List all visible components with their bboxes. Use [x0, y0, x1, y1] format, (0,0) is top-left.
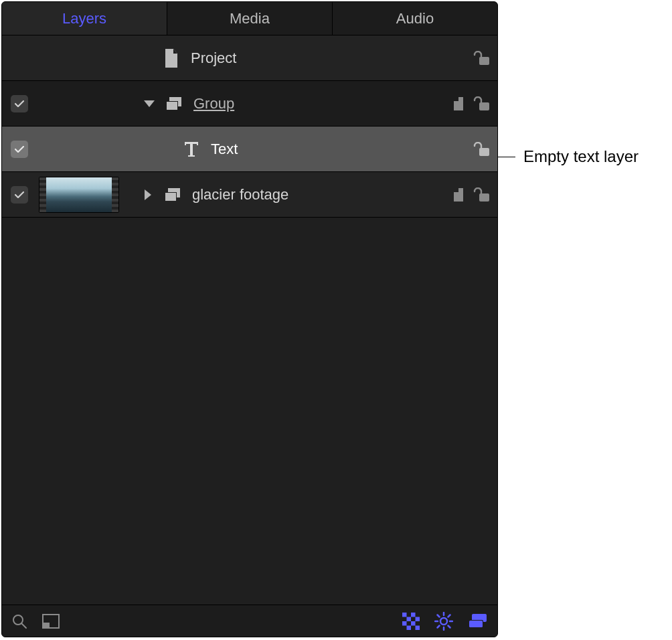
mask-icon[interactable] — [453, 96, 469, 111]
svg-rect-7 — [479, 148, 489, 156]
svg-rect-11 — [458, 188, 463, 202]
group-label: Group — [189, 95, 234, 112]
checkerboard-icon[interactable] — [402, 613, 420, 630]
disclosure-toggle[interactable] — [140, 100, 159, 107]
callout-empty-text-layer: Empty text layer — [498, 147, 639, 166]
svg-point-27 — [440, 618, 447, 625]
clip-thumbnail[interactable] — [39, 177, 119, 213]
frame-icon[interactable] — [42, 614, 60, 629]
project-row[interactable]: Project — [2, 35, 497, 81]
lock-unlocked-icon[interactable] — [473, 187, 491, 202]
gear-icon[interactable] — [434, 612, 453, 631]
svg-rect-5 — [454, 101, 458, 110]
layer-stack-icon[interactable] — [468, 613, 488, 629]
svg-rect-4 — [458, 97, 463, 110]
svg-rect-3 — [167, 102, 177, 110]
svg-line-35 — [438, 625, 440, 627]
lock-unlocked-icon[interactable] — [473, 51, 491, 66]
search-icon[interactable] — [11, 613, 27, 629]
svg-rect-6 — [479, 102, 489, 110]
svg-rect-12 — [454, 192, 458, 202]
group-row[interactable]: Group — [2, 81, 497, 127]
svg-rect-0 — [479, 57, 489, 65]
svg-rect-17 — [43, 623, 50, 628]
document-icon — [160, 49, 183, 68]
lock-unlocked-icon[interactable] — [473, 96, 491, 111]
svg-rect-19 — [402, 613, 407, 617]
text-type-icon — [180, 141, 203, 157]
panel-tabs: Layers Media Audio — [2, 2, 497, 35]
svg-rect-21 — [407, 617, 412, 621]
visibility-checkbox[interactable] — [11, 95, 28, 112]
callout-line — [498, 157, 515, 157]
svg-rect-13 — [479, 193, 489, 202]
text-layer-row[interactable]: Text — [2, 127, 497, 172]
svg-line-33 — [448, 625, 450, 627]
svg-rect-25 — [407, 625, 412, 630]
svg-line-15 — [21, 623, 26, 628]
svg-rect-38 — [469, 621, 483, 627]
tab-media[interactable]: Media — [167, 2, 333, 35]
footage-label: glacier footage — [188, 186, 288, 204]
svg-rect-20 — [411, 613, 416, 617]
svg-rect-23 — [402, 621, 407, 626]
layers-icon — [163, 96, 185, 112]
footage-row[interactable]: glacier footage — [2, 172, 497, 218]
layer-rows: Project Group — [2, 35, 497, 605]
disclosure-toggle[interactable] — [139, 189, 157, 200]
layers-panel: Layers Media Audio Project — [1, 1, 498, 637]
project-label: Project — [187, 50, 236, 67]
callout-label: Empty text layer — [523, 147, 639, 166]
tab-audio[interactable]: Audio — [333, 2, 497, 35]
lock-unlocked-icon[interactable] — [473, 142, 491, 157]
chevron-down-icon — [144, 100, 155, 107]
svg-rect-10 — [165, 193, 176, 201]
svg-line-32 — [438, 615, 440, 617]
visibility-checkbox[interactable] — [11, 186, 28, 204]
text-layer-label: Text — [207, 141, 238, 158]
panel-footer — [2, 605, 497, 637]
svg-rect-24 — [411, 621, 416, 626]
tab-layers[interactable]: Layers — [2, 2, 167, 35]
svg-rect-22 — [416, 617, 420, 621]
layers-icon — [161, 187, 184, 203]
mask-icon[interactable] — [453, 187, 469, 202]
chevron-right-icon — [145, 189, 151, 200]
visibility-checkbox[interactable] — [11, 141, 28, 158]
svg-line-34 — [448, 615, 450, 617]
svg-rect-26 — [416, 625, 420, 630]
